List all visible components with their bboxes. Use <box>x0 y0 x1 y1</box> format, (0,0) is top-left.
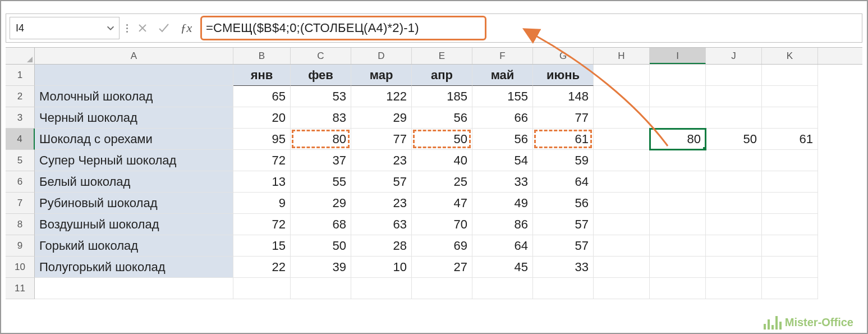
cell-A3[interactable]: Черный шоколад <box>35 107 233 129</box>
cell-D9[interactable]: 28 <box>351 235 412 257</box>
cell-E9[interactable]: 69 <box>412 235 472 257</box>
cell-B11[interactable] <box>233 278 291 299</box>
cell-H4[interactable] <box>594 129 650 150</box>
cell-A2[interactable]: Молочный шоколад <box>35 86 233 107</box>
cell-B6[interactable]: 13 <box>233 171 291 193</box>
cell-H8[interactable] <box>594 214 650 235</box>
cell-G1[interactable]: июнь <box>533 65 594 86</box>
cell-E3[interactable]: 56 <box>412 107 472 129</box>
col-header-G[interactable]: G <box>533 48 594 64</box>
cell-C9[interactable]: 50 <box>291 235 351 257</box>
cell-I4[interactable]: 80 <box>650 129 706 150</box>
cell-I3[interactable] <box>650 107 706 129</box>
cell-B7[interactable]: 9 <box>233 193 291 214</box>
cell-I6[interactable] <box>650 171 706 193</box>
cell-D5[interactable]: 23 <box>351 150 412 171</box>
cell-G4[interactable]: 61 <box>533 129 594 150</box>
cell-A10[interactable]: Полугорький шоколад <box>35 257 233 278</box>
cell-I5[interactable] <box>650 150 706 171</box>
cell-E4[interactable]: 50 <box>412 129 472 150</box>
cell-I11[interactable] <box>650 278 706 299</box>
cell-G8[interactable]: 57 <box>533 214 594 235</box>
cell-F2[interactable]: 155 <box>472 86 533 107</box>
cell-J6[interactable] <box>706 171 762 193</box>
cell-C8[interactable]: 68 <box>291 214 351 235</box>
cell-K4[interactable]: 61 <box>762 129 818 150</box>
cell-F3[interactable]: 66 <box>472 107 533 129</box>
cell-J3[interactable] <box>706 107 762 129</box>
cell-K3[interactable] <box>762 107 818 129</box>
cell-F5[interactable]: 54 <box>472 150 533 171</box>
cell-G6[interactable]: 64 <box>533 171 594 193</box>
cell-D8[interactable]: 63 <box>351 214 412 235</box>
cell-C1[interactable]: фев <box>291 65 351 86</box>
insert-function-button[interactable]: ƒx <box>177 21 196 35</box>
cell-A8[interactable]: Воздушный шоколад <box>35 214 233 235</box>
cell-D4[interactable]: 77 <box>351 129 412 150</box>
cell-I10[interactable] <box>650 257 706 278</box>
cell-C4[interactable]: 80 <box>291 129 351 150</box>
col-header-D[interactable]: D <box>351 48 412 64</box>
cell-H5[interactable] <box>594 150 650 171</box>
cell-I1[interactable] <box>650 65 706 86</box>
cell-C7[interactable]: 29 <box>291 193 351 214</box>
cell-K6[interactable] <box>762 171 818 193</box>
cell-E1[interactable]: апр <box>412 65 472 86</box>
cell-H6[interactable] <box>594 171 650 193</box>
cell-K10[interactable] <box>762 257 818 278</box>
cell-C2[interactable]: 53 <box>291 86 351 107</box>
cell-A4[interactable]: Шоколад с орехами <box>35 129 233 150</box>
cell-F9[interactable]: 64 <box>472 235 533 257</box>
col-header-F[interactable]: F <box>472 48 533 64</box>
cell-J7[interactable] <box>706 193 762 214</box>
cell-G2[interactable]: 148 <box>533 86 594 107</box>
col-header-K[interactable]: K <box>762 48 818 64</box>
col-header-A[interactable]: A <box>35 48 233 64</box>
cell-F8[interactable]: 86 <box>472 214 533 235</box>
enter-formula-button[interactable] <box>155 17 172 39</box>
cell-H9[interactable] <box>594 235 650 257</box>
row-header-8[interactable]: 8 <box>6 214 35 235</box>
cell-H10[interactable] <box>594 257 650 278</box>
cell-B1[interactable]: янв <box>233 65 291 86</box>
cell-D11[interactable] <box>351 278 412 299</box>
select-all-corner[interactable] <box>6 48 35 64</box>
cell-G10[interactable]: 33 <box>533 257 594 278</box>
cell-J2[interactable] <box>706 86 762 107</box>
cell-A5[interactable]: Супер Черный шоколад <box>35 150 233 171</box>
cell-H1[interactable] <box>594 65 650 86</box>
cell-I9[interactable] <box>650 235 706 257</box>
cell-H11[interactable] <box>594 278 650 299</box>
cell-A7[interactable]: Рубиновый шоколад <box>35 193 233 214</box>
row-header-6[interactable]: 6 <box>6 171 35 193</box>
cell-E5[interactable]: 40 <box>412 150 472 171</box>
cell-G11[interactable] <box>533 278 594 299</box>
cell-E10[interactable]: 27 <box>412 257 472 278</box>
cell-D7[interactable]: 23 <box>351 193 412 214</box>
cell-F7[interactable]: 49 <box>472 193 533 214</box>
cell-D1[interactable]: мар <box>351 65 412 86</box>
name-box[interactable]: I4 <box>10 17 120 39</box>
cancel-formula-button[interactable] <box>134 17 151 39</box>
cell-I2[interactable] <box>650 86 706 107</box>
cell-B2[interactable]: 65 <box>233 86 291 107</box>
row-header-7[interactable]: 7 <box>6 193 35 214</box>
cell-K2[interactable] <box>762 86 818 107</box>
cell-G3[interactable]: 77 <box>533 107 594 129</box>
cell-A11[interactable] <box>35 278 233 299</box>
cell-D10[interactable]: 10 <box>351 257 412 278</box>
cell-B3[interactable]: 20 <box>233 107 291 129</box>
cell-J1[interactable] <box>706 65 762 86</box>
cell-E11[interactable] <box>412 278 472 299</box>
cell-B5[interactable]: 72 <box>233 150 291 171</box>
cell-A1[interactable] <box>35 65 233 86</box>
cell-H7[interactable] <box>594 193 650 214</box>
cell-C10[interactable]: 39 <box>291 257 351 278</box>
cell-F4[interactable]: 56 <box>472 129 533 150</box>
cell-A6[interactable]: Белый шоколад <box>35 171 233 193</box>
cell-J10[interactable] <box>706 257 762 278</box>
cell-K9[interactable] <box>762 235 818 257</box>
cell-A9[interactable]: Горький шоколад <box>35 235 233 257</box>
cell-H2[interactable] <box>594 86 650 107</box>
cell-J8[interactable] <box>706 214 762 235</box>
